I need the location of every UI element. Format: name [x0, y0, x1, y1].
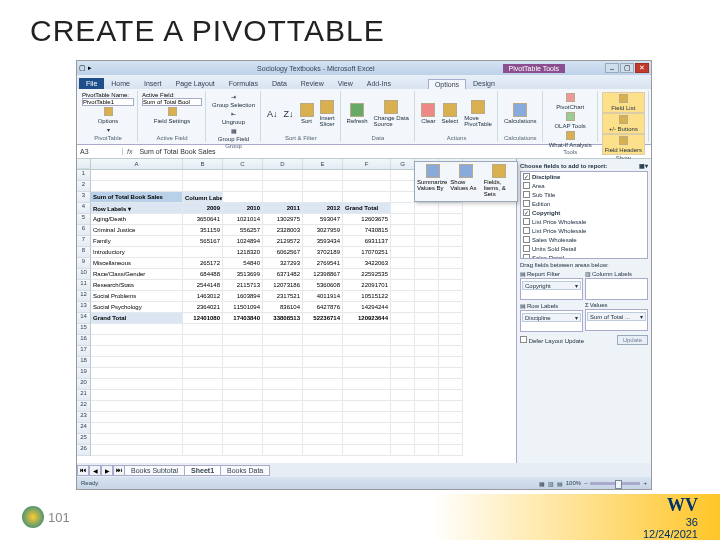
field-list-toggle[interactable]: Field List	[602, 92, 645, 113]
tab-nav-next[interactable]: ▶	[101, 465, 113, 476]
tab-addins[interactable]: Add-Ins	[360, 78, 398, 89]
tab-insert[interactable]: Insert	[137, 78, 169, 89]
field-item[interactable]: List Price Wholesale	[521, 217, 647, 226]
move-icon	[471, 100, 485, 114]
update-button[interactable]: Update	[617, 335, 648, 345]
zoom-slider[interactable]	[590, 482, 640, 485]
defer-checkbox[interactable]: Defer Layout Update	[520, 336, 584, 344]
sheet-tab[interactable]: Books Subtotal	[124, 465, 185, 476]
colheader[interactable]: A	[91, 159, 183, 169]
row-labels-area[interactable]: ▤Row Labels Discipline▾	[520, 302, 583, 332]
minimize-button[interactable]: –	[605, 63, 619, 73]
maximize-button[interactable]: ▢	[620, 63, 634, 73]
qat[interactable]: ▢ ▸	[79, 64, 129, 72]
worksheet[interactable]: A B C D E F G H I 123Sum of Total Book S…	[77, 159, 516, 463]
tab-nav-prev[interactable]: ◀	[89, 465, 101, 476]
sort-button[interactable]: Sort	[298, 102, 316, 125]
field-item[interactable]: List Price Wholesale	[521, 226, 647, 235]
active-field-input[interactable]	[142, 98, 202, 106]
zoom-level[interactable]: 100%	[566, 480, 581, 486]
formula-input[interactable]: Sum of Total Book Sales	[136, 148, 651, 155]
field-item[interactable]: Area	[521, 181, 647, 190]
field-item[interactable]: ✓Discipline	[521, 172, 647, 181]
sort-za-button[interactable]: Z↓	[282, 108, 296, 120]
tab-design[interactable]: Design	[466, 78, 502, 89]
select-all-corner[interactable]	[77, 159, 91, 169]
calculations-button[interactable]: Calculations	[502, 102, 539, 125]
field-item[interactable]: Edition	[521, 199, 647, 208]
value-chip[interactable]: Sum of Total ...▾	[587, 312, 646, 321]
tab-formulas[interactable]: Formulas	[222, 78, 265, 89]
tab-nav-first[interactable]: ⏮	[77, 465, 89, 476]
pivotchart-button[interactable]: PivotChart	[547, 92, 594, 111]
buttons-toggle[interactable]: +/- Buttons	[602, 113, 645, 134]
clear-button[interactable]: Clear	[419, 102, 437, 125]
field-item[interactable]: ✓Copyright	[521, 208, 647, 217]
group-selection-button[interactable]: ⇥ Group Selection	[210, 92, 257, 109]
field-list[interactable]: ✓DisciplineAreaSub TitleEdition✓Copyrigh…	[520, 171, 648, 259]
close-button[interactable]: ✕	[635, 63, 649, 73]
values-area[interactable]: ΣValues Sum of Total ...▾	[585, 302, 648, 332]
refresh-icon	[350, 103, 364, 117]
colheader[interactable]: D	[263, 159, 303, 169]
colheader[interactable]: F	[343, 159, 391, 169]
rows-icon: ▤	[520, 302, 526, 309]
filter-chip[interactable]: Copyright▾	[522, 281, 581, 290]
view-break-icon[interactable]: ▤	[557, 480, 563, 487]
field-item[interactable]: Sales Retail	[521, 253, 647, 259]
layout-icon[interactable]: ▦▾	[639, 162, 648, 169]
group-field-button[interactable]: ▦ Group Field	[210, 126, 257, 143]
list-icon	[619, 94, 628, 103]
sheet-tab[interactable]: Sheet1	[184, 465, 221, 476]
fields-items-button[interactable]: Fields, Items, & Sets	[484, 164, 515, 197]
pivottable-name-input[interactable]	[82, 98, 134, 106]
sheet-tab[interactable]: Books Data	[220, 465, 270, 476]
field-settings-button[interactable]: Field Settings	[142, 106, 202, 125]
name-box[interactable]: A3	[77, 148, 123, 155]
tab-review[interactable]: Review	[294, 78, 331, 89]
ribbon-group-tools: PivotChart OLAP Tools What-If Analysis T…	[544, 91, 598, 142]
zoom-out-button[interactable]: –	[584, 480, 587, 486]
tab-page-layout[interactable]: Page Layout	[168, 78, 221, 89]
whatif-icon	[566, 131, 575, 140]
refresh-button[interactable]: Refresh	[345, 102, 370, 125]
cell-grid[interactable]: 123Sum of Total Book SalesColumn Labels …	[77, 170, 516, 456]
view-layout-icon[interactable]: ▥	[548, 480, 554, 487]
select-button[interactable]: Select	[440, 102, 461, 125]
olap-icon	[566, 112, 575, 121]
drag-label: Drag fields between areas below:	[520, 262, 648, 268]
olap-button[interactable]: OLAP Tools	[547, 111, 594, 130]
tab-view[interactable]: View	[331, 78, 360, 89]
tab-options[interactable]: Options	[428, 79, 466, 89]
ribbon-group-data: Refresh Change Data Source Data	[342, 91, 416, 142]
slide-title: CREATE A PIVOTTABLE	[0, 0, 720, 48]
summarize-button[interactable]: Summarize Values By	[417, 164, 448, 197]
report-filter-area[interactable]: ▤Report Filter Copyright▾	[520, 270, 583, 300]
field-item[interactable]: Sub Title	[521, 190, 647, 199]
insert-slicer-button[interactable]: Insert Slicer	[318, 99, 337, 128]
zoom-in-button[interactable]: +	[643, 480, 647, 486]
row-chip[interactable]: Discipline▾	[522, 313, 581, 322]
field-item[interactable]: Sales Wholesale	[521, 235, 647, 244]
field-item[interactable]: Units Sold Retail	[521, 244, 647, 253]
move-button[interactable]: Move PivotTable	[462, 99, 494, 128]
colheader[interactable]: B	[183, 159, 223, 169]
whatif-button[interactable]: What-If Analysis	[547, 130, 594, 149]
tab-home[interactable]: Home	[104, 78, 137, 89]
colheader[interactable]: G	[391, 159, 415, 169]
status-bar: Ready ▦ ▥ ▤ 100% – +	[77, 477, 651, 489]
sort-az-button[interactable]: A↓	[265, 108, 280, 120]
colheader[interactable]: E	[303, 159, 343, 169]
options-icon	[104, 107, 113, 116]
tab-file[interactable]: File	[79, 78, 104, 89]
options-button[interactable]: Options ▾	[82, 106, 134, 134]
slide-footer: 101 WV 36 12/24/2021	[0, 494, 720, 540]
tab-data[interactable]: Data	[265, 78, 294, 89]
colheader[interactable]: C	[223, 159, 263, 169]
show-values-button[interactable]: Show Values As	[450, 164, 481, 197]
ungroup-button[interactable]: ⇤ Ungroup	[210, 109, 257, 126]
column-labels-area[interactable]: ▥Column Labels	[585, 270, 648, 300]
view-normal-icon[interactable]: ▦	[539, 480, 545, 487]
change-source-button[interactable]: Change Data Source	[372, 99, 412, 128]
fx-icon[interactable]: fx	[123, 148, 136, 155]
